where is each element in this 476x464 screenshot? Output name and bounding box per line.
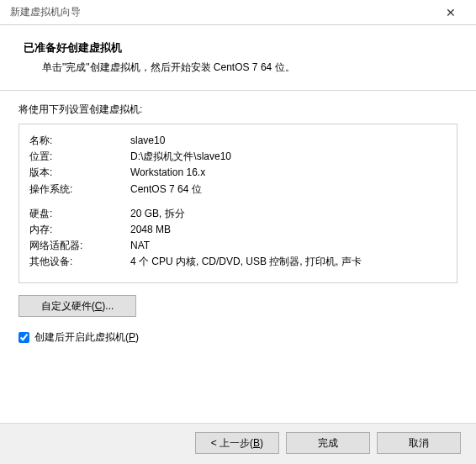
label-other: 其他设备:	[29, 254, 130, 270]
footer: < 上一步(B) 完成 取消	[0, 423, 476, 464]
finish-button[interactable]: 完成	[286, 432, 370, 454]
row-os: 操作系统: CentOS 7 64 位	[29, 182, 447, 198]
cancel-button[interactable]: 取消	[377, 432, 461, 454]
row-other: 其他设备: 4 个 CPU 内核, CD/DVD, USB 控制器, 打印机, …	[29, 254, 447, 270]
row-version: 版本: Workstation 16.x	[29, 165, 447, 181]
label-name: 名称:	[29, 133, 130, 149]
label-memory: 内存:	[29, 222, 130, 238]
value-network: NAT	[130, 238, 447, 254]
row-memory: 内存: 2048 MB	[29, 222, 447, 238]
value-disk: 20 GB, 拆分	[130, 206, 447, 222]
poweron-label-pre: 创建后开启此虚拟机(	[34, 331, 129, 343]
value-memory: 2048 MB	[130, 222, 447, 238]
label-network: 网络适配器:	[29, 238, 130, 254]
label-location: 位置:	[29, 149, 130, 165]
label-os: 操作系统:	[29, 182, 130, 198]
titlebar: 新建虚拟机向导 ✕	[0, 0, 476, 25]
row-disk: 硬盘: 20 GB, 拆分	[29, 206, 447, 222]
customize-label-post: )...	[102, 300, 114, 312]
customize-row: 自定义硬件(C)...	[0, 283, 476, 317]
close-icon[interactable]: ✕	[434, 6, 468, 19]
row-network: 网络适配器: NAT	[29, 238, 447, 254]
settings-subheader: 将使用下列设置创建虚拟机:	[19, 103, 457, 117]
poweron-label-u: P	[129, 331, 135, 343]
back-label-pre: < 上一步(	[211, 437, 253, 449]
body-section: 将使用下列设置创建虚拟机: 名称: slave10 位置: D:\虚拟机文件\s…	[0, 91, 476, 283]
back-label-post: )	[260, 437, 263, 449]
page-subtitle: 单击"完成"创建虚拟机，然后开始安装 CentOS 7 64 位。	[24, 61, 457, 75]
window-title: 新建虚拟机向导	[10, 5, 81, 19]
back-label-u: B	[253, 437, 260, 449]
page-title: 已准备好创建虚拟机	[24, 40, 457, 55]
row-location: 位置: D:\虚拟机文件\slave10	[29, 149, 447, 165]
value-location: D:\虚拟机文件\slave10	[130, 149, 447, 165]
back-button[interactable]: < 上一步(B)	[195, 432, 279, 454]
value-name: slave10	[130, 133, 447, 149]
header: 已准备好创建虚拟机 单击"完成"创建虚拟机，然后开始安装 CentOS 7 64…	[0, 25, 476, 85]
value-os: CentOS 7 64 位	[130, 182, 447, 198]
settings-box: 名称: slave10 位置: D:\虚拟机文件\slave10 版本: Wor…	[19, 124, 457, 283]
customize-label-pre: 自定义硬件(	[41, 300, 95, 312]
poweron-checkbox-label[interactable]: 创建后开启此虚拟机(P)	[34, 330, 139, 345]
customize-hardware-button[interactable]: 自定义硬件(C)...	[19, 295, 136, 317]
poweron-label-post: )	[135, 331, 139, 343]
row-name: 名称: slave10	[29, 133, 447, 149]
label-disk: 硬盘:	[29, 206, 130, 222]
label-version: 版本:	[29, 165, 130, 181]
value-version: Workstation 16.x	[130, 165, 447, 181]
value-other: 4 个 CPU 内核, CD/DVD, USB 控制器, 打印机, 声卡	[130, 254, 447, 270]
poweron-checkbox-row: 创建后开启此虚拟机(P)	[0, 317, 476, 345]
poweron-checkbox[interactable]	[19, 332, 29, 343]
